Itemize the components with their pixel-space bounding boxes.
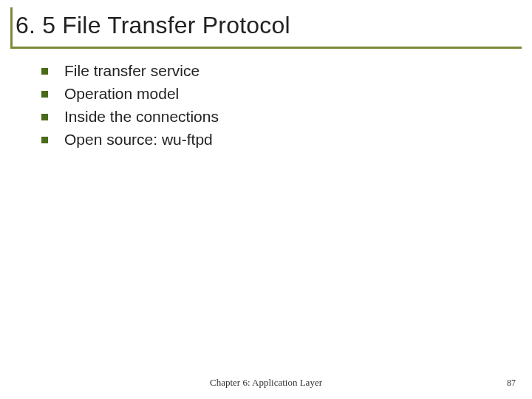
slide-title: 6. 5 File Transfer Protocol: [16, 12, 522, 39]
bullet-text: Open source: wu-ftpd: [64, 131, 213, 149]
bullet-text: Operation model: [64, 85, 179, 103]
square-bullet-icon: [41, 68, 48, 75]
title-block: 6. 5 File Transfer Protocol: [10, 7, 522, 49]
square-bullet-icon: [41, 91, 48, 98]
list-item: File transfer service: [41, 62, 522, 80]
bullet-list: File transfer service Operation model In…: [10, 62, 522, 149]
list-item: Open source: wu-ftpd: [41, 131, 522, 149]
list-item: Operation model: [41, 85, 522, 103]
square-bullet-icon: [41, 137, 48, 143]
bullet-text: Inside the connections: [64, 108, 219, 126]
footer-chapter-label: Chapter 6: Application Layer: [0, 377, 532, 389]
list-item: Inside the connections: [41, 108, 522, 126]
bullet-text: File transfer service: [64, 62, 200, 80]
footer-page-number: 87: [507, 378, 516, 389]
square-bullet-icon: [41, 114, 48, 120]
slide: 6. 5 File Transfer Protocol File transfe…: [0, 0, 532, 399]
